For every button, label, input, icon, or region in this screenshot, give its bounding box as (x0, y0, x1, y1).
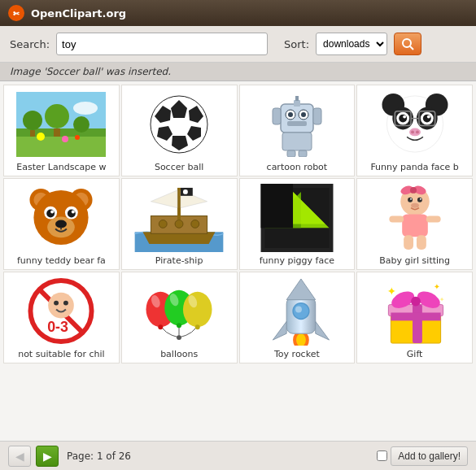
grid-label-8: Baby girl sitting (359, 255, 470, 266)
grid-item-3[interactable]: cartoon robot (239, 85, 356, 176)
svg-marker-117 (286, 279, 316, 300)
add-to-gallery-button[interactable]: Add to gallery! (391, 446, 468, 466)
toolbar: Search: Sort: downloads name date (0, 26, 476, 63)
grid-item-9[interactable]: 0-3 not suitable for chil (3, 272, 120, 363)
svg-rect-93 (389, 216, 404, 223)
main-container: Search: Sort: downloads name date Image … (0, 26, 476, 470)
svg-rect-35 (299, 150, 307, 157)
prev-button[interactable]: ◀ (8, 446, 31, 467)
svg-rect-72 (177, 188, 181, 220)
grid-item-6[interactable]: Pirate-ship (121, 178, 238, 270)
svg-point-111 (195, 324, 200, 329)
svg-rect-31 (273, 108, 281, 124)
svg-rect-30 (295, 96, 299, 101)
svg-point-46 (426, 115, 430, 119)
grid-thumb-11 (248, 276, 346, 347)
svg-point-109 (158, 324, 163, 329)
svg-rect-96 (417, 235, 426, 250)
page-label: Page: 1 of 26 (67, 450, 131, 462)
svg-marker-121 (316, 321, 330, 340)
prev-icon: ◀ (15, 450, 24, 463)
grid-label-1: Easter Landscape w (6, 162, 117, 172)
grid-thumb-1 (12, 89, 110, 160)
grid-label-3: cartoon robot (242, 162, 353, 172)
grid-thumb-2 (130, 89, 228, 160)
grid-thumb-10 (130, 276, 228, 347)
svg-rect-125 (391, 312, 440, 320)
svg-point-9 (45, 104, 69, 128)
svg-point-27 (301, 112, 306, 117)
svg-point-71 (191, 220, 199, 228)
grid-thumb-5 (12, 182, 110, 254)
svg-text:0-3: 0-3 (48, 319, 69, 335)
svg-point-2 (403, 39, 411, 47)
svg-point-15 (73, 102, 98, 115)
svg-point-99 (49, 293, 75, 319)
svg-point-63 (51, 211, 55, 214)
grid-item-5[interactable]: funny teddy bear fa (3, 178, 120, 270)
grid-item-2[interactable]: Soccer ball (121, 85, 238, 176)
grid-item-11[interactable]: Toy rocket (239, 272, 356, 363)
svg-point-44 (423, 115, 431, 123)
grid-label-5: funny teddy bear fa (6, 255, 117, 266)
grid-item-12[interactable]: ✦ ✦ ✦ Gift (356, 272, 473, 363)
svg-rect-29 (294, 100, 300, 107)
svg-rect-95 (404, 235, 413, 250)
svg-point-61 (47, 210, 55, 218)
grid-item-8[interactable]: Baby girl sitting (356, 178, 473, 270)
grid-item-1[interactable]: Easter Landscape w (3, 85, 120, 176)
svg-rect-124 (413, 305, 422, 343)
svg-point-90 (420, 198, 421, 200)
svg-point-70 (175, 220, 183, 228)
svg-point-62 (68, 210, 76, 218)
svg-rect-92 (402, 215, 428, 237)
svg-text:✦: ✦ (439, 296, 444, 303)
svg-point-69 (159, 220, 167, 228)
grid-item-4[interactable]: Funny panda face b (356, 85, 473, 176)
grid-label-12: Gift (359, 349, 470, 359)
footer: ◀ ▶ Page: 1 of 26 Add to gallery! (0, 441, 476, 470)
grid-item-10[interactable]: balloons (121, 272, 238, 363)
svg-line-3 (410, 46, 413, 50)
grid-container[interactable]: Easter Landscape w Soccer (0, 81, 476, 441)
svg-text:✄: ✄ (13, 10, 20, 18)
status-bar: Image 'Soccer ball' was inserted. (0, 63, 476, 81)
svg-point-64 (72, 211, 75, 214)
grid-label-4: Funny panda face b (359, 162, 470, 172)
svg-point-45 (403, 115, 406, 119)
search-icon (401, 37, 414, 50)
grid-thumb-4 (366, 89, 464, 160)
svg-point-12 (37, 133, 45, 141)
svg-point-43 (399, 115, 407, 123)
svg-point-91 (411, 203, 419, 208)
grid-label-6: Pirate-ship (124, 255, 235, 266)
grid-thumb-12: ✦ ✦ ✦ (366, 276, 464, 347)
svg-point-14 (75, 135, 80, 140)
svg-rect-81 (260, 184, 293, 228)
svg-point-11 (73, 116, 90, 133)
grid-item-7[interactable]: funny piggy face (239, 178, 356, 270)
svg-rect-32 (313, 108, 321, 124)
svg-point-89 (410, 198, 412, 200)
svg-point-49 (416, 130, 419, 133)
add-gallery-checkbox[interactable] (377, 450, 387, 461)
sort-label: Sort: (284, 38, 309, 50)
add-gallery-checkbox-label[interactable]: Add to gallery! (377, 446, 468, 466)
svg-rect-10 (54, 128, 60, 137)
svg-point-105 (183, 292, 212, 327)
grid-thumb-9: 0-3 (12, 276, 110, 347)
svg-point-128 (411, 297, 421, 307)
next-button[interactable]: ▶ (36, 446, 59, 467)
svg-marker-120 (273, 321, 286, 340)
search-label: Search: (10, 38, 50, 50)
search-button[interactable] (394, 33, 421, 55)
svg-point-65 (55, 220, 67, 228)
grid-label-9: not suitable for chil (6, 349, 117, 359)
svg-rect-8 (30, 130, 35, 137)
grid-label-7: funny piggy face (242, 255, 353, 266)
svg-point-110 (177, 323, 181, 328)
grid-label-11: Toy rocket (242, 349, 353, 359)
search-input[interactable] (56, 33, 268, 55)
sort-select[interactable]: downloads name date (316, 33, 387, 55)
grid-label-10: balloons (124, 349, 235, 359)
